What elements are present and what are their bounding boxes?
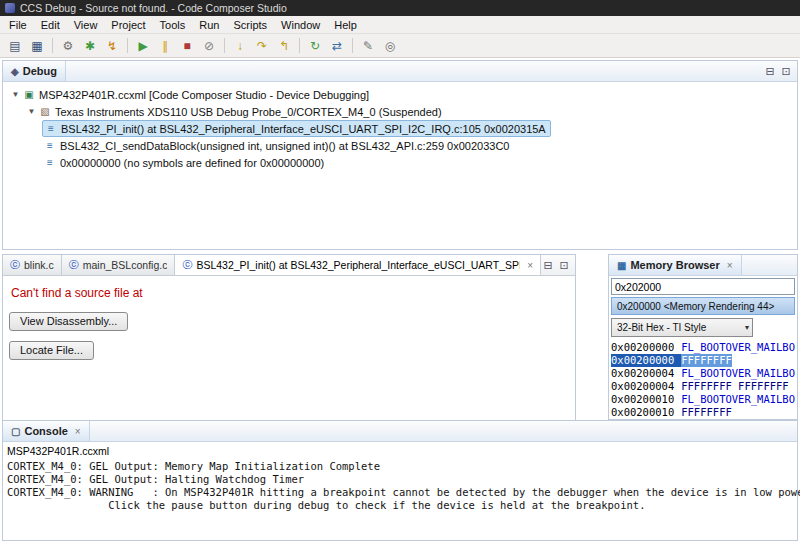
chevron-down-icon: ▾	[745, 323, 749, 332]
maximize-icon[interactable]: ⊡	[779, 64, 793, 78]
locate-file-button[interactable]: Locate File...	[9, 341, 94, 360]
memory-format-select[interactable]: 32-Bit Hex - TI Style ▾	[611, 318, 753, 337]
minimize-icon[interactable]: ⊟	[763, 64, 777, 78]
resume-button[interactable]: ▶	[132, 35, 154, 57]
editor-tab-label: blink.c	[24, 259, 54, 271]
step-over-icon: ↷	[257, 39, 267, 53]
editor-tab-label: BSL432_PI_init() at BSL432_Peripheral_In…	[196, 259, 520, 271]
tree-label: BSL432_CI_sendDataBlock(unsigned int, un…	[60, 140, 509, 152]
suspend-icon: ∥	[162, 39, 168, 53]
suspend-button[interactable]: ∥	[154, 35, 176, 57]
tab-console[interactable]: ▢ Console ×	[3, 421, 90, 441]
tab-bsl432-pi-init[interactable]: ⓒ BSL432_PI_init() at BSL432_Peripheral_…	[175, 255, 541, 275]
new-button[interactable]: ▤	[4, 35, 26, 57]
menu-tools[interactable]: Tools	[153, 18, 193, 32]
tab-blink-c[interactable]: ⓒ blink.c	[3, 255, 62, 275]
target-button[interactable]: ◎	[379, 35, 401, 57]
debug-tree-item-frame-0[interactable]: ≡ BSL432_PI_init() at BSL432_Peripheral_…	[3, 120, 797, 137]
restart-button[interactable]: ↻	[304, 35, 326, 57]
edit-button[interactable]: ✎	[357, 35, 379, 57]
memory-address: 0x00200004	[611, 367, 674, 380]
terminate-button[interactable]: ■	[176, 35, 198, 57]
stack-frame-icon: ≡	[43, 157, 57, 168]
ccs-debug-window: CCS Debug - Source not found. - Code Com…	[0, 0, 800, 541]
menu-window[interactable]: Window	[274, 18, 327, 32]
menu-file[interactable]: File	[2, 18, 34, 32]
main-toolbar: ▤ ▦ ⚙ ✱ ↯ ▶ ∥ ■ ⊘ ↓ ↷ ↰ ↻ ⇄ ✎ ◎	[0, 34, 800, 58]
chevron-expanded-icon[interactable]: ▼	[9, 90, 22, 99]
menu-run[interactable]: Run	[192, 18, 226, 32]
save-button[interactable]: ▦	[26, 35, 48, 57]
toolbar-separator	[52, 38, 53, 53]
memory-value[interactable]: FL_BOOTOVER_MAILBOX	[681, 367, 795, 380]
memory-value[interactable]: FL_BOOTOVER_MAILBOX	[681, 341, 795, 354]
menu-view[interactable]: View	[67, 18, 105, 32]
minimize-icon[interactable]: ⊟	[541, 258, 555, 272]
menu-edit[interactable]: Edit	[34, 18, 67, 32]
resume-icon: ▶	[138, 39, 147, 53]
tab-memory-rendering[interactable]: 0x200000 <Memory Rendering 44>	[611, 297, 795, 315]
close-icon[interactable]: ×	[75, 426, 81, 437]
editor-area: ⓒ blink.c ⓒ main_BSLconfig.c ⓒ BSL432_PI…	[2, 254, 576, 420]
c-file-icon: ⓒ	[69, 258, 79, 272]
memory-value[interactable]: FFFFFFFF FFFFFFFF FF	[681, 380, 795, 393]
tree-label: Texas Instruments XDS110 USB Debug Probe…	[55, 106, 442, 118]
memory-row: 0x00200010 FL_BOOTOVER_MAILBOX	[611, 393, 795, 406]
selected-stack-frame[interactable]: ≡ BSL432_PI_init() at BSL432_Peripheral_…	[42, 120, 551, 137]
memory-value-selected[interactable]: FFFFFFFF	[681, 354, 732, 367]
refresh-button[interactable]: ⇄	[326, 35, 348, 57]
memory-address-input[interactable]	[611, 278, 795, 295]
debug-tree-item-frame-1[interactable]: ≡ BSL432_CI_sendDataBlock(unsigned int, …	[3, 137, 797, 154]
step-into-icon: ↓	[237, 39, 243, 53]
terminate-icon: ■	[183, 39, 190, 53]
debug-tree-item-frame-2[interactable]: ≡ 0x00000000 (no symbols are defined for…	[3, 154, 797, 171]
debug-tree: ▼ ▣ MSP432P401R.ccxml [Code Composer Stu…	[3, 82, 797, 171]
menu-project[interactable]: Project	[104, 18, 152, 32]
debug-tree-item-target-config[interactable]: ▼ ▣ MSP432P401R.ccxml [Code Composer Stu…	[3, 86, 797, 103]
close-icon[interactable]: ×	[727, 260, 733, 271]
title-bar[interactable]: CCS Debug - Source not found. - Code Com…	[0, 0, 800, 16]
memory-rows: 0x00200000 FL_BOOTOVER_MAILBOX 0x0020000…	[611, 341, 795, 419]
source-not-found-page: Can't find a source file at View Disasse…	[3, 286, 575, 431]
memory-row: 0x00200004 FL_BOOTOVER_MAILBOX	[611, 367, 795, 380]
step-return-button[interactable]: ↰	[273, 35, 295, 57]
edit-icon: ✎	[363, 39, 373, 53]
view-disassembly-button[interactable]: View Disassembly...	[9, 312, 128, 331]
menu-help[interactable]: Help	[327, 18, 364, 32]
flash-icon: ↯	[107, 39, 117, 53]
tab-main-bslconfig-c[interactable]: ⓒ main_BSLconfig.c	[62, 255, 176, 275]
c-file-icon: ⓒ	[182, 258, 192, 272]
build-button[interactable]: ⚙	[57, 35, 79, 57]
disconnect-button[interactable]: ⊘	[198, 35, 220, 57]
step-into-button[interactable]: ↓	[229, 35, 251, 57]
memory-value[interactable]: FL_BOOTOVER_MAILBOX	[681, 393, 795, 406]
memory-value[interactable]: FFFFFFFF	[681, 406, 732, 419]
chevron-expanded-icon[interactable]: ▼	[25, 107, 38, 116]
close-icon[interactable]: ×	[527, 260, 533, 271]
view-controls: ⊟ ⊡	[541, 255, 575, 275]
c-file-icon: ⓒ	[10, 258, 20, 272]
console-line: CORTEX_M4_0: WARNING : On MSP432P401R hi…	[7, 486, 793, 499]
menu-scripts[interactable]: Scripts	[226, 18, 274, 32]
debug-tree-item-debug-probe[interactable]: ▼ ▧ Texas Instruments XDS110 USB Debug P…	[3, 103, 797, 120]
menu-bar: File Edit View Project Tools Run Scripts…	[0, 16, 800, 34]
editor-tab-label: main_BSLconfig.c	[83, 259, 168, 271]
target-config-icon: ▣	[22, 89, 36, 100]
target-icon: ◎	[385, 39, 395, 53]
memory-row: 0x00200000 FFFFFFFF	[611, 354, 795, 367]
step-over-button[interactable]: ↷	[251, 35, 273, 57]
tab-debug[interactable]: ◈ Debug	[3, 61, 66, 81]
memory-row: 0x00200000 FL_BOOTOVER_MAILBOX	[611, 341, 795, 354]
flash-button[interactable]: ↯	[101, 35, 123, 57]
tab-memory-browser[interactable]: ▦ Memory Browser ×	[609, 255, 742, 275]
save-icon: ▦	[31, 39, 42, 53]
new-icon: ▤	[9, 39, 20, 53]
debug-button[interactable]: ✱	[79, 35, 101, 57]
header-spacer	[90, 421, 797, 441]
console-line: CORTEX_M4_0: GEL Output: Memory Map Init…	[7, 460, 793, 473]
view-controls: ⊟ ⊡	[763, 61, 797, 81]
source-not-found-message: Can't find a source file at	[11, 286, 575, 300]
console-line: Click the pause button during debug to c…	[7, 499, 793, 512]
memory-row: 0x00200010 FFFFFFFF	[611, 406, 795, 419]
maximize-icon[interactable]: ⊡	[557, 258, 571, 272]
